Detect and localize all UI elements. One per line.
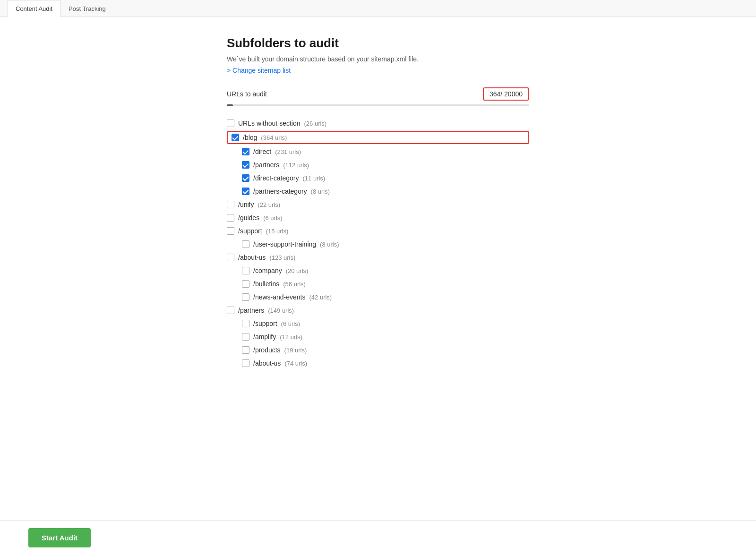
page-title: Subfolders to audit (227, 36, 529, 51)
checkbox-user-support-training[interactable] (242, 240, 249, 248)
checkbox-direct[interactable] (242, 148, 249, 155)
folder-count-support2: (6 urls) (281, 320, 300, 327)
checkbox-guides[interactable] (227, 214, 234, 222)
folder-count-support: (15 urls) (266, 228, 289, 235)
folder-item-guides[interactable]: /guides (6 urls) (227, 211, 529, 224)
folder-count-urls-without-section: (26 urls) (304, 120, 327, 127)
folder-item-news-and-events[interactable]: /news-and-events (42 urls) (227, 290, 529, 304)
folder-name-support: /support (238, 227, 262, 235)
folder-count-bulletins: (56 urls) (283, 281, 306, 288)
folder-item-urls-without-section[interactable]: URLs without section (26 urls) (227, 117, 529, 130)
checkbox-unify[interactable] (227, 201, 234, 208)
folder-count-about-us: (123 urls) (269, 254, 295, 261)
progress-bar (227, 104, 529, 106)
folder-count-user-support-training: (8 urls) (320, 241, 339, 248)
folder-list: URLs without section (26 urls)/blog (364… (227, 117, 529, 374)
folder-count-direct: (231 urls) (275, 148, 301, 155)
checkbox-about-us[interactable] (227, 254, 234, 261)
folder-name-about-us2: /about-us (253, 359, 281, 367)
folder-count-partners: (112 urls) (283, 162, 309, 169)
checkbox-amplify[interactable] (242, 333, 249, 341)
folder-name-direct: /direct (253, 148, 271, 155)
tab-bar: Content Audit Post Tracking (0, 0, 756, 17)
main-content: Subfolders to audit We`ve built your dom… (198, 17, 558, 412)
checkbox-partners[interactable] (242, 161, 249, 169)
checkbox-company[interactable] (242, 267, 249, 274)
folder-item-about-us2[interactable]: /about-us (74 urls) (227, 357, 529, 370)
tab-post-tracking[interactable]: Post Tracking (60, 0, 114, 17)
checkbox-support2[interactable] (242, 320, 249, 327)
checkbox-partners2[interactable] (227, 307, 234, 314)
urls-bar: URLs to audit 364/ 20000 (227, 87, 529, 101)
folder-item-support2[interactable]: /support (6 urls) (227, 317, 529, 330)
folder-count-partners-category: (8 urls) (311, 188, 330, 195)
folder-item-partners[interactable]: /partners (112 urls) (227, 158, 529, 171)
folder-count-products: (19 urls) (284, 347, 307, 354)
checkbox-urls-without-section[interactable] (227, 120, 234, 127)
folder-name-news-and-events: /news-and-events (253, 293, 306, 301)
folder-name-partners-category: /partners-category (253, 188, 307, 195)
list-bottom-divider (227, 372, 529, 372)
folder-name-partners: /partners (253, 161, 279, 169)
folder-item-blog[interactable]: /blog (364 urls) (227, 131, 529, 144)
checkbox-support[interactable] (227, 227, 234, 235)
tab-content-audit[interactable]: Content Audit (8, 0, 60, 17)
folder-count-blog: (364 urls) (261, 134, 287, 141)
checkbox-products[interactable] (242, 346, 249, 354)
folder-item-bulletins[interactable]: /bulletins (56 urls) (227, 277, 529, 290)
folder-item-amplify[interactable]: /amplify (12 urls) (227, 330, 529, 343)
folder-name-support2: /support (253, 320, 277, 327)
folder-name-unify: /unify (238, 201, 254, 208)
folder-name-products: /products (253, 346, 281, 354)
urls-count-badge: 364/ 20000 (483, 87, 529, 101)
folder-count-news-and-events: (42 urls) (309, 294, 332, 301)
folder-count-partners2: (149 urls) (268, 307, 294, 314)
folder-item-user-support-training[interactable]: /user-support-training (8 urls) (227, 238, 529, 251)
folder-count-guides: (6 urls) (263, 214, 282, 222)
checkbox-news-and-events[interactable] (242, 293, 249, 301)
folder-item-unify[interactable]: /unify (22 urls) (227, 198, 529, 211)
folder-item-direct[interactable]: /direct (231 urls) (227, 145, 529, 158)
folder-item-about-us[interactable]: /about-us (123 urls) (227, 251, 529, 264)
folder-name-bulletins: /bulletins (253, 280, 279, 288)
page-subtitle: We`ve built your domain structure based … (227, 55, 529, 63)
checkbox-direct-category[interactable] (242, 174, 249, 182)
folder-item-partners-category[interactable]: /partners-category (8 urls) (227, 185, 529, 198)
folder-count-direct-category: (11 urls) (302, 175, 325, 182)
folder-name-direct-category: /direct-category (253, 174, 299, 182)
urls-label: URLs to audit (227, 90, 267, 98)
folder-item-direct-category[interactable]: /direct-category (11 urls) (227, 171, 529, 185)
folder-item-products[interactable]: /products (19 urls) (227, 343, 529, 357)
folder-count-company: (20 urls) (286, 267, 309, 274)
folder-item-partners2[interactable]: /partners (149 urls) (227, 304, 529, 317)
checkbox-about-us2[interactable] (242, 359, 249, 367)
folder-name-urls-without-section: URLs without section (238, 120, 301, 127)
folder-name-partners2: /partners (238, 307, 264, 314)
folder-name-user-support-training: /user-support-training (253, 240, 316, 248)
checkbox-bulletins[interactable] (242, 280, 249, 288)
folder-name-about-us: /about-us (238, 254, 266, 261)
checkbox-partners-category[interactable] (242, 188, 249, 195)
folder-item-support[interactable]: /support (15 urls) (227, 224, 529, 238)
folder-name-guides: /guides (238, 214, 259, 222)
folder-name-amplify: /amplify (253, 333, 276, 341)
folder-count-unify: (22 urls) (258, 201, 280, 208)
folder-item-company[interactable]: /company (20 urls) (227, 264, 529, 277)
folder-name-company: /company (253, 267, 282, 274)
folder-name-blog: /blog (243, 134, 257, 141)
folder-count-amplify: (12 urls) (280, 333, 302, 341)
progress-bar-fill (227, 104, 233, 106)
change-sitemap-link[interactable]: > Change sitemap list (227, 67, 291, 74)
checkbox-blog[interactable] (232, 134, 239, 141)
folder-count-about-us2: (74 urls) (284, 360, 307, 367)
